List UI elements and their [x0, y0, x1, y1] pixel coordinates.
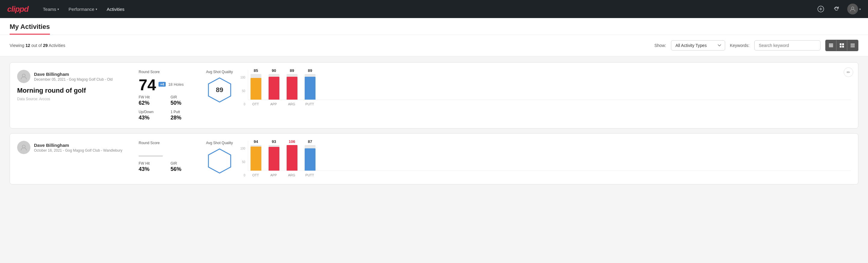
view-toggle [825, 40, 858, 51]
score-number: 74 [138, 77, 156, 93]
viewing-total: 29 [43, 43, 48, 48]
avg-shot-section: Avg Shot Quality [206, 141, 233, 175]
bar-label-arg: ARG [286, 102, 297, 106]
chevron-down-icon: ▾ [96, 7, 97, 11]
gir-value: 56% [170, 166, 199, 172]
nav-actions: ▾ [816, 4, 861, 14]
fw-hit: FW Hit 43% [138, 161, 167, 172]
svg-point-3 [851, 7, 854, 9]
logo[interactable]: clippd [7, 4, 29, 14]
user-name: Dave Billingham [34, 71, 113, 77]
one-putt: 1 Putt 28% [170, 110, 199, 121]
user-row: Dave Billingham October 16, 2021 - Gog M… [17, 141, 131, 154]
y-axis: 100 50 0 [240, 147, 247, 177]
nav-activities[interactable]: Activities [107, 4, 125, 14]
round-score-label: Round Score [138, 141, 199, 145]
score-holes: 18 Holes [168, 82, 183, 87]
gir: GIR 56% [170, 161, 199, 172]
gir: GIR 50% [170, 95, 199, 106]
round-score-section: Round Score 74 +4 18 Holes FW Hit 62% GI… [138, 70, 199, 121]
user-name: Dave Billingham [34, 143, 122, 148]
svg-rect-10 [842, 46, 844, 48]
svg-marker-18 [209, 149, 231, 173]
bar-label-putt: PUTT [304, 102, 315, 106]
bar-app: 90 [269, 68, 279, 99]
round-score-section: Round Score FW Hit 43% GIR 56% [138, 141, 199, 172]
avatar [17, 70, 30, 83]
add-button[interactable] [816, 4, 826, 14]
viewing-text: Viewing 12 out of 29 Activities [10, 43, 650, 48]
one-putt-value: 28% [170, 115, 199, 121]
activity-info: Dave Billingham December 05, 2021 - Gog … [17, 70, 131, 101]
bar-chart-section: 100 50 0 94 93 [240, 141, 851, 177]
grid-view-button[interactable] [836, 40, 847, 51]
bar-putt: 89 [305, 68, 315, 99]
user-row: Dave Billingham December 05, 2021 - Gog … [17, 70, 131, 83]
svg-rect-14 [850, 47, 855, 48]
chevron-down-icon: ▾ [57, 7, 59, 11]
chevron-down-icon: ▾ [859, 7, 861, 11]
svg-rect-5 [829, 45, 833, 46]
viewing-count: 12 [26, 43, 30, 48]
svg-rect-13 [850, 46, 855, 46]
svg-rect-11 [850, 43, 855, 44]
bar-label-app: APP [268, 173, 279, 177]
fw-hit: FW Hit 62% [138, 95, 167, 106]
stats-grid: FW Hit 62% GIR 50% Up/Down 43% 1 Putt 28… [138, 95, 199, 121]
bar-label-app: APP [268, 102, 279, 106]
bar-putt: 87 [305, 139, 315, 171]
avg-shot-label: Avg Shot Quality [206, 70, 233, 74]
gir-value: 50% [170, 100, 199, 106]
bar-app: 93 [269, 139, 279, 171]
data-source: Data Source: Arccos [17, 97, 131, 101]
bar-ott: 94 [251, 139, 261, 171]
bar-label-putt: PUTT [304, 173, 315, 177]
avg-shot-section: Avg Shot Quality 89 [206, 70, 233, 104]
score-badge: +4 [158, 82, 166, 87]
avg-shot-value: 89 [216, 86, 223, 94]
round-score-label: Round Score [138, 70, 199, 74]
bar-arg: 106 [287, 139, 298, 171]
user-avatar-wrapper[interactable]: ▾ [847, 4, 861, 14]
bar-label-arg: ARG [286, 173, 297, 177]
activity-card: ✏ Dave Billingham December 05, 2021 - Go… [10, 62, 858, 128]
y-axis: 100 50 0 [240, 76, 247, 106]
filter-bar: Viewing 12 out of 29 Activities Show: Al… [0, 35, 868, 56]
activity-card: Dave Billingham October 16, 2021 - Gog M… [10, 133, 858, 184]
user-date: October 16, 2021 - Gog Magog Golf Club -… [34, 148, 122, 152]
svg-rect-7 [840, 43, 841, 45]
updown: Up/Down 43% [138, 110, 167, 121]
avatar [847, 4, 858, 14]
list-view-button[interactable] [826, 40, 836, 51]
svg-rect-6 [829, 46, 833, 47]
fw-hit-value: 62% [138, 100, 167, 106]
page-header: My Activities [0, 18, 868, 35]
compact-view-button[interactable] [847, 40, 858, 51]
user-info: Dave Billingham October 16, 2021 - Gog M… [34, 143, 122, 152]
bar-arg: 89 [287, 68, 298, 99]
nav-teams[interactable]: Teams ▾ [43, 4, 59, 14]
user-date: December 05, 2021 - Gog Magog Golf Club … [34, 77, 113, 82]
page-title: My Activities [10, 23, 50, 35]
avatar [17, 141, 30, 154]
keywords-label: Keywords: [730, 43, 749, 48]
svg-rect-9 [840, 46, 841, 48]
user-info: Dave Billingham December 05, 2021 - Gog … [34, 71, 113, 82]
svg-rect-4 [829, 43, 833, 45]
avg-shot-label: Avg Shot Quality [206, 141, 233, 145]
bar-ott: 85 [251, 68, 261, 99]
refresh-button[interactable] [832, 4, 841, 14]
bar-chart-section: 100 50 0 85 [240, 70, 851, 106]
nav-performance[interactable]: Performance ▾ [69, 4, 97, 14]
show-label: Show: [654, 43, 666, 48]
activities-list: ✏ Dave Billingham December 05, 2021 - Go… [0, 56, 868, 191]
navbar: clippd Teams ▾ Performance ▾ Activities [0, 0, 868, 18]
nav-activities-label: Activities [107, 7, 125, 12]
activity-title: Morning round of golf [17, 87, 131, 94]
stats-grid: FW Hit 43% GIR 56% [138, 161, 199, 172]
bar-label-ott: OTT [250, 173, 261, 177]
activity-type-select[interactable]: All Activity Types [671, 40, 725, 51]
updown-value: 43% [138, 115, 167, 121]
search-input[interactable] [754, 40, 820, 51]
nav-teams-label: Teams [43, 7, 56, 12]
